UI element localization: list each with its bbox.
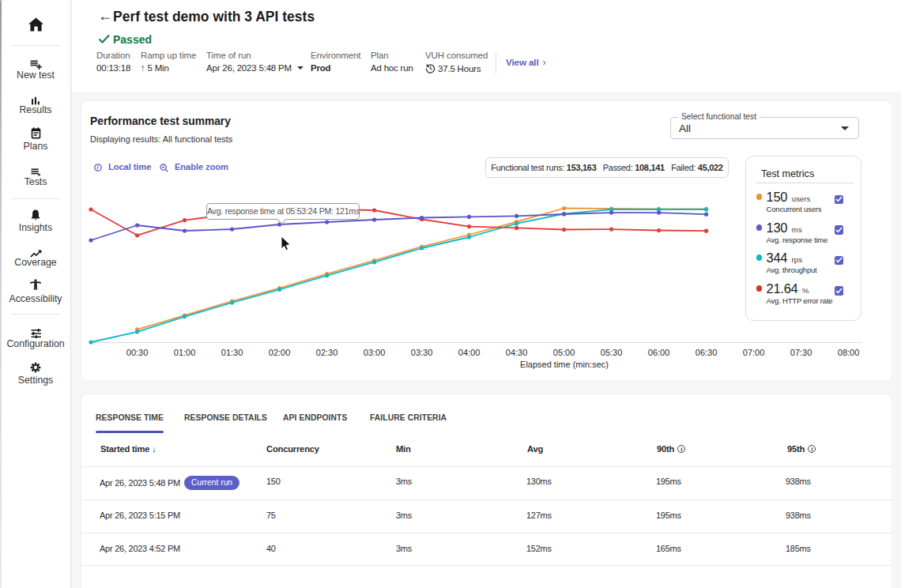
svg-text:Elapsed time (min:sec): Elapsed time (min:sec) [520, 360, 609, 369]
svg-text:02:00: 02:00 [269, 348, 291, 357]
svg-text:02:30: 02:30 [316, 348, 338, 357]
svg-text:05:00: 05:00 [553, 348, 575, 357]
svg-text:01:30: 01:30 [221, 348, 243, 357]
svg-text:05:30: 05:30 [601, 348, 623, 357]
svg-text:04:00: 04:00 [458, 348, 481, 357]
svg-text:00:30: 00:30 [126, 348, 149, 357]
svg-text:03:30: 03:30 [411, 348, 433, 357]
svg-text:08:00: 08:00 [838, 348, 860, 357]
svg-text:01:00: 01:00 [174, 348, 196, 357]
svg-text:07:00: 07:00 [743, 348, 765, 357]
svg-text:03:00: 03:00 [364, 348, 386, 357]
svg-text:06:00: 06:00 [648, 348, 670, 357]
svg-text:07:30: 07:30 [790, 348, 812, 357]
svg-text:06:30: 06:30 [696, 348, 718, 357]
svg-text:04:30: 04:30 [506, 348, 528, 357]
